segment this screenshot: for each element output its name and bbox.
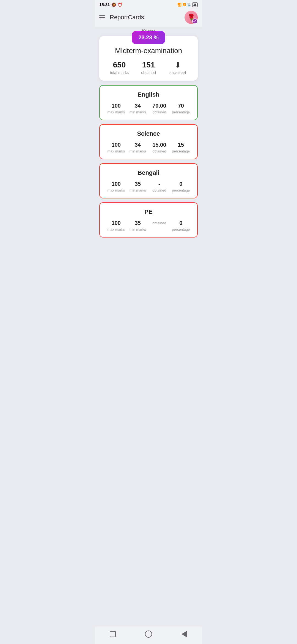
- min-marks-stat-3: 35 min marks: [127, 220, 149, 231]
- max-marks-stat-3: 100 max marks: [105, 220, 127, 231]
- subject-name-3: PE: [105, 208, 192, 215]
- max-marks-label-0: max marks: [105, 110, 127, 114]
- obtained-marks-value: 151: [134, 61, 163, 69]
- percentage-value-2: 0: [170, 181, 192, 187]
- wifi-icon: 📡: [187, 3, 191, 7]
- max-marks-stat-1: 100 max marks: [105, 142, 127, 153]
- subject-card-science: Science 100 max marks 34 min marks 15.00…: [99, 124, 198, 159]
- percentage-badge: 23.23 %: [132, 31, 165, 44]
- min-marks-stat-1: 34 min marks: [127, 142, 149, 153]
- max-marks-value-3: 100: [105, 220, 127, 226]
- max-marks-value-1: 100: [105, 142, 127, 148]
- subjects-list: English 100 max marks 34 min marks 70.00…: [99, 85, 198, 238]
- percentage-label-1: percentage: [170, 149, 192, 153]
- status-bar: 15:31 🔕 ⏰ 📶 📶 📡 36: [95, 0, 202, 8]
- subject-stats-3: 100 max marks 35 min marks obtained 0 pe…: [105, 220, 192, 231]
- total-marks-value: 650: [105, 61, 134, 69]
- obtained-label-3: obtained: [148, 221, 170, 225]
- obtained-label-0: obtained: [148, 110, 170, 114]
- obtained-stat-2: - obtained: [148, 181, 170, 192]
- navbar-left: ReportCards: [99, 14, 144, 21]
- obtained-value-1: 15.00: [148, 142, 170, 148]
- min-marks-value-3: 35: [127, 220, 149, 226]
- max-marks-stat-0: 100 max marks: [105, 103, 127, 114]
- min-marks-label-0: min marks: [127, 110, 149, 114]
- obtained-stat-0: 70.00 obtained: [148, 103, 170, 114]
- obtained-marks-label: obtained: [134, 70, 163, 75]
- status-time: 15:31: [99, 2, 110, 7]
- subject-name-0: English: [105, 91, 192, 98]
- obtained-label-1: obtained: [148, 149, 170, 153]
- mute-icon: 🔕: [111, 2, 116, 7]
- avatar-button[interactable]: 🌹 +1: [185, 11, 198, 24]
- max-marks-label-3: max marks: [105, 227, 127, 231]
- percentage-value-0: 70: [170, 103, 192, 109]
- min-marks-label-3: min marks: [127, 227, 149, 231]
- total-marks-label: total marks: [105, 70, 134, 75]
- percentage-label-0: percentage: [170, 110, 192, 114]
- status-icons-right: 📶 📶 📡 36: [177, 2, 198, 7]
- max-marks-label-1: max marks: [105, 149, 127, 153]
- obtained-value-0: 70.00: [148, 103, 170, 109]
- subject-stats-0: 100 max marks 34 min marks 70.00 obtaine…: [105, 103, 192, 114]
- percentage-stat-1: 15 percentage: [170, 142, 192, 153]
- obtained-value-2: -: [148, 181, 170, 187]
- min-marks-value-0: 34: [127, 103, 149, 109]
- subject-card-bengali: Bengali 100 max marks 35 min marks - obt…: [99, 163, 198, 198]
- min-marks-label-1: min marks: [127, 149, 149, 153]
- obtained-stat-3: obtained: [148, 220, 170, 225]
- summary-card: 23.23 % MIdterm-examination 650 total ma…: [99, 36, 198, 81]
- max-marks-value-0: 100: [105, 103, 127, 109]
- percentage-value-1: 15: [170, 142, 192, 148]
- battery-indicator: 36: [192, 2, 198, 7]
- min-marks-label-2: min marks: [127, 188, 149, 192]
- percentage-label-2: percentage: [170, 188, 192, 192]
- min-marks-stat-2: 35 min marks: [127, 181, 149, 192]
- max-marks-value-2: 100: [105, 181, 127, 187]
- max-marks-label-2: max marks: [105, 188, 127, 192]
- subject-name-2: Bengali: [105, 169, 192, 176]
- subject-card-english: English 100 max marks 34 min marks 70.00…: [99, 85, 198, 120]
- avatar-badge: +1: [192, 18, 198, 24]
- max-marks-stat-2: 100 max marks: [105, 181, 127, 192]
- obtained-marks-stat: 151 obtained: [134, 61, 163, 75]
- total-marks-stat: 650 total marks: [105, 61, 134, 75]
- percentage-label-3: percentage: [170, 227, 192, 231]
- alarm-icon: ⏰: [118, 2, 122, 7]
- subject-card-pe: PE 100 max marks 35 min marks obtained 0…: [99, 202, 198, 238]
- hamburger-menu[interactable]: [99, 15, 105, 19]
- subject-stats-1: 100 max marks 34 min marks 15.00 obtaine…: [105, 142, 192, 153]
- subject-stats-2: 100 max marks 35 min marks - obtained 0 …: [105, 181, 192, 192]
- main-content: Kumar 23.23 % MIdterm-examination 650 to…: [95, 27, 202, 246]
- obtained-label-2: obtained: [148, 188, 170, 192]
- navbar: ReportCards 🌹 +1: [95, 8, 202, 27]
- download-stat[interactable]: ⬇ download: [163, 61, 192, 75]
- summary-stats: 650 total marks 151 obtained ⬇ download: [105, 61, 192, 75]
- percentage-stat-2: 0 percentage: [170, 181, 192, 192]
- percentage-stat-3: 0 percentage: [170, 220, 192, 231]
- download-icon: ⬇: [163, 61, 192, 70]
- obtained-stat-1: 15.00 obtained: [148, 142, 170, 153]
- signal-icon-2: 📶: [183, 3, 186, 6]
- app-title: ReportCards: [110, 14, 144, 21]
- subject-name-1: Science: [105, 130, 192, 137]
- min-marks-value-1: 34: [127, 142, 149, 148]
- min-marks-stat-0: 34 min marks: [127, 103, 149, 114]
- percentage-value-3: 0: [170, 220, 192, 226]
- exam-title: MIdterm-examination: [105, 47, 192, 55]
- download-label: download: [163, 71, 192, 75]
- percentage-stat-0: 70 percentage: [170, 103, 192, 114]
- signal-icon-1: 📶: [177, 3, 182, 7]
- min-marks-value-2: 35: [127, 181, 149, 187]
- status-left: 15:31 🔕 ⏰: [99, 2, 122, 7]
